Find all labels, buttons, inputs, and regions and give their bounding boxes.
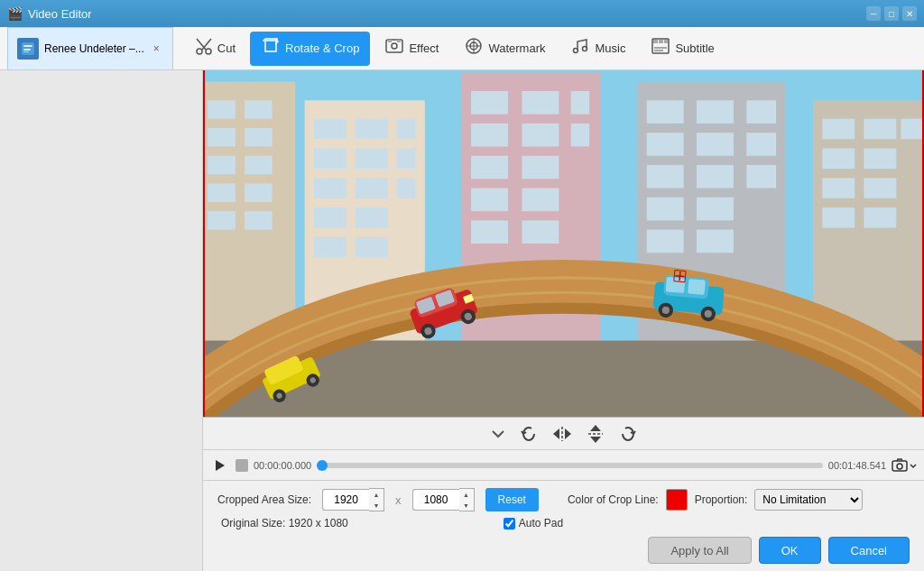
width-input[interactable] — [322, 489, 369, 511]
svg-line-7 — [197, 39, 206, 50]
auto-pad-wrap: Auto Pad — [504, 517, 563, 530]
rotation-controls — [203, 417, 924, 449]
svg-rect-35 — [245, 183, 273, 201]
proportion-label: Proportion: — [695, 493, 748, 506]
svg-line-6 — [202, 39, 211, 50]
svg-rect-47 — [356, 237, 388, 258]
svg-rect-84 — [864, 148, 896, 169]
play-button[interactable] — [210, 456, 230, 475]
flip-horizontal-btn[interactable] — [547, 423, 578, 445]
svg-rect-2 — [23, 49, 31, 51]
snapshot-button[interactable] — [892, 458, 917, 472]
svg-point-128 — [897, 464, 902, 469]
timeline-track[interactable] — [317, 463, 823, 468]
crop-color-swatch[interactable] — [666, 489, 688, 511]
tab-effect[interactable]: Effect — [374, 32, 449, 66]
svg-rect-21 — [659, 40, 663, 43]
timeline-thumb[interactable] — [317, 460, 328, 471]
svg-rect-31 — [208, 211, 236, 229]
svg-rect-30 — [208, 183, 236, 201]
minimize-button[interactable]: ─ — [866, 6, 881, 21]
svg-rect-1 — [23, 45, 32, 47]
svg-rect-66 — [647, 133, 684, 156]
flip-vertical-btn[interactable] — [581, 422, 610, 446]
svg-rect-83 — [864, 119, 896, 140]
file-tab[interactable]: Renee Undeleter –... × — [7, 27, 173, 69]
svg-rect-44 — [356, 148, 388, 169]
height-spinner: ▲ ▼ — [412, 488, 475, 511]
timeline-row: 00:00:00.000 00:01:48.541 — [203, 449, 924, 480]
rotate-cw-btn[interactable] — [614, 423, 642, 445]
video-scene — [203, 70, 924, 417]
music-icon — [570, 36, 590, 60]
svg-rect-28 — [208, 128, 236, 146]
svg-rect-42 — [314, 237, 346, 258]
auto-pad-label[interactable]: Auto Pad — [519, 517, 563, 530]
svg-rect-12 — [397, 40, 401, 42]
height-down-btn[interactable]: ▼ — [459, 500, 474, 511]
cut-icon — [195, 37, 213, 60]
svg-rect-43 — [356, 119, 388, 140]
auto-pad-checkbox[interactable] — [504, 518, 515, 530]
svg-point-4 — [197, 49, 202, 54]
original-size-row: Original Size: 1920 x 1080 Auto Pad — [217, 517, 910, 530]
tab-cut[interactable]: Cut — [184, 32, 246, 66]
svg-rect-46 — [356, 207, 388, 228]
width-down-btn[interactable]: ▼ — [369, 500, 383, 511]
main-area: 00:00:00.000 00:01:48.541 Cropped Area S… — [0, 70, 924, 571]
height-up-btn[interactable]: ▲ — [459, 489, 474, 500]
svg-rect-48 — [397, 119, 415, 140]
svg-marker-121 — [553, 428, 559, 439]
subtitle-icon — [651, 36, 670, 60]
file-icon — [17, 38, 39, 60]
svg-rect-74 — [697, 230, 734, 253]
svg-marker-125 — [590, 437, 601, 443]
svg-marker-124 — [590, 425, 601, 431]
tab-subtitle[interactable]: Subtitle — [640, 32, 725, 66]
tabbar: Renee Undeleter –... × Cut — [0, 27, 924, 70]
svg-rect-85 — [864, 178, 896, 198]
svg-point-10 — [392, 43, 397, 49]
svg-rect-3 — [23, 51, 29, 52]
svg-line-111 — [675, 276, 684, 277]
svg-rect-52 — [471, 91, 508, 115]
svg-rect-40 — [314, 178, 346, 198]
svg-rect-109 — [688, 279, 706, 295]
x-divider: x — [395, 493, 402, 507]
close-button[interactable]: ✕ — [902, 6, 917, 21]
tab-subtitle-label: Subtitle — [675, 41, 714, 55]
app-title: Video Editor — [28, 7, 92, 21]
watermark-icon — [464, 36, 484, 60]
svg-rect-32 — [245, 100, 273, 118]
svg-rect-29 — [208, 156, 236, 174]
tab-cut-label: Cut — [217, 41, 236, 55]
svg-rect-55 — [471, 189, 508, 212]
svg-rect-87 — [901, 119, 924, 140]
svg-rect-56 — [471, 220, 508, 244]
tab-watermark[interactable]: Watermark — [453, 32, 556, 66]
svg-rect-36 — [245, 211, 273, 229]
tab-music[interactable]: Music — [559, 32, 636, 66]
svg-rect-53 — [471, 124, 508, 147]
svg-rect-82 — [822, 207, 855, 228]
cancel-button[interactable]: Cancel — [828, 537, 910, 564]
tab-rotate-crop[interactable]: Rotate & Crop — [250, 32, 370, 66]
height-input[interactable] — [412, 489, 459, 511]
color-proportion-row: Color of Crop Line: Proportion: No Limit… — [568, 489, 863, 511]
width-up-btn[interactable]: ▲ — [369, 489, 383, 500]
svg-rect-86 — [864, 207, 896, 228]
app-icon: 🎬 — [7, 6, 23, 21]
collapse-btn[interactable] — [485, 428, 511, 440]
file-tab-close[interactable]: × — [150, 41, 163, 57]
proportion-select[interactable]: No Limitation 16:9 4:3 1:1 9:16 — [754, 489, 863, 511]
ok-button[interactable]: OK — [759, 537, 821, 564]
reset-button[interactable]: Reset — [485, 488, 539, 511]
tab-rotate-crop-label: Rotate & Crop — [285, 41, 359, 55]
apply-all-button[interactable]: Apply to All — [648, 537, 751, 564]
svg-rect-20 — [653, 40, 658, 43]
svg-rect-50 — [397, 178, 415, 198]
maximize-button[interactable]: □ — [884, 6, 899, 21]
rotate-ccw-btn[interactable] — [514, 423, 543, 445]
time-end: 00:01:48.541 — [828, 460, 886, 471]
auto-pad-container: Auto Pad — [504, 517, 563, 530]
